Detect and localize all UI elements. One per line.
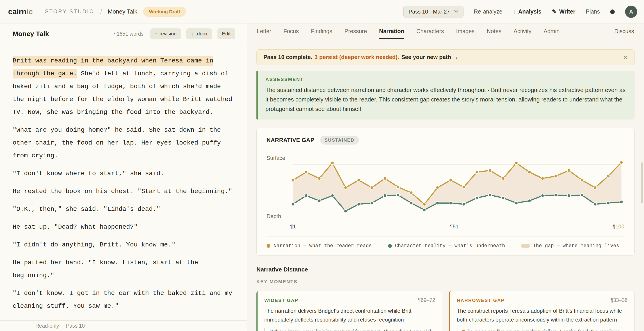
tab-characters[interactable]: Characters xyxy=(416,24,444,39)
document-actions: ~1651 words ↑ revision ↓ .docx Edit xyxy=(114,29,235,39)
banner-title: Pass 10 complete. xyxy=(264,54,312,61)
analysis-tabs: LetterFocusFindingsPressureNarrationChar… xyxy=(247,24,644,39)
legend-text: The gap — where meaning lives xyxy=(533,243,619,249)
status-dot xyxy=(610,10,615,14)
key-moment-card: NARROWEST GAP¶33–36The construct reports… xyxy=(449,291,634,331)
doc-paragraph: He rested the book on his chest. "Start … xyxy=(12,185,234,198)
chart-area: Surface Depth ¶1 ¶51 ¶100 xyxy=(266,155,624,230)
narrative-gap-card: NARRATIVE GAP SUSTAINED Surface Depth ¶1… xyxy=(256,128,634,256)
tab-narration[interactable]: Narration xyxy=(379,24,404,39)
avatar[interactable]: A xyxy=(625,6,637,18)
y-axis-label-surface: Surface xyxy=(266,155,290,161)
pass-complete-banner: Pass 10 complete. 3 persist (deeper work… xyxy=(256,49,634,65)
document-header: Money Talk ~1651 words ↑ revision ↓ .doc… xyxy=(0,24,247,45)
legend-text: Narration — what the reader reads xyxy=(274,243,372,249)
legend-swatch-icon xyxy=(521,244,530,248)
chart-header: NARRATIVE GAP SUSTAINED xyxy=(266,136,624,145)
vertical-divider xyxy=(39,8,39,15)
moment-label: NARROWEST GAP xyxy=(457,298,504,303)
tab-findings[interactable]: Findings xyxy=(311,24,332,39)
banner-persist-link[interactable]: 3 persist (deeper work needed). xyxy=(314,54,399,61)
tab-notes[interactable]: Notes xyxy=(487,24,501,39)
document-text[interactable]: Britt was reading in the backyard when T… xyxy=(0,45,247,320)
breadcrumb-doc-title[interactable]: Money Talk xyxy=(108,8,137,15)
moment-quote: "She owes me like seven hundred dollars.… xyxy=(457,327,628,331)
moment-text: The construct reports Teresa's adoption … xyxy=(457,306,628,324)
doc-paragraph: "I don't know. I got in the car with the… xyxy=(12,287,234,312)
header-left: cairnic STORY STUDIO / Money Talk Workin… xyxy=(8,7,186,17)
down-arrow-icon: ↓ xyxy=(191,31,193,37)
pass-status: Pass 10 xyxy=(66,323,85,329)
breadcrumb-separator: / xyxy=(100,8,102,15)
x-tick-middle: ¶51 xyxy=(450,223,459,230)
analysis-button[interactable]: ↓ Analysis xyxy=(513,8,541,15)
chart-legend: Narration — what the reader readsCharact… xyxy=(266,236,624,249)
tab-focus[interactable]: Focus xyxy=(284,24,299,39)
header-right: Pass 10 · Mar 27 Re-analyze ↓ Analysis ✎… xyxy=(403,6,637,18)
revision-label: revision xyxy=(160,31,177,37)
tab-images[interactable]: Images xyxy=(456,24,474,39)
legend-character-reality: Character reality — what's underneath xyxy=(388,243,505,249)
brand-logo[interactable]: cairnic xyxy=(8,7,33,16)
docx-label: .docx xyxy=(196,31,208,37)
pass-selector[interactable]: Pass 10 · Mar 27 xyxy=(403,6,464,18)
y-axis-label-depth: Depth xyxy=(266,213,290,219)
page-title: Money Talk xyxy=(12,30,49,38)
working-draft-badge: Working Draft xyxy=(143,7,186,17)
y-axis-labels: Surface Depth xyxy=(266,155,290,220)
analysis-content: Pass 10 complete. 3 persist (deeper work… xyxy=(247,39,644,331)
doc-paragraph: Britt was reading in the backyard when T… xyxy=(12,54,234,119)
narrative-gap-chart xyxy=(290,155,624,220)
up-arrow-icon: ↑ xyxy=(155,31,157,37)
assessment-text: The sustained distance between narration… xyxy=(266,85,626,114)
doc-paragraph: "What are you doing home?" he said. She … xyxy=(12,124,234,162)
writer-label: Writer xyxy=(559,8,576,15)
pen-icon: ✎ xyxy=(552,8,556,15)
legend-narration: Narration — what the reader reads xyxy=(266,243,372,249)
legend-gap: The gap — where meaning lives xyxy=(521,243,619,249)
key-moments-grid: WIDEST GAP¶69–72The narration delivers B… xyxy=(256,291,634,331)
paragraph-range: ¶33–36 xyxy=(610,297,628,303)
banner-path-link[interactable]: See your new path → xyxy=(401,54,458,61)
assessment-label: ASSESSMENT xyxy=(266,77,627,82)
doc-paragraph: "I didn't do anything, Britt. You know m… xyxy=(12,238,234,251)
legend-dot-icon xyxy=(266,244,270,248)
key-moments-label: KEY MOMENTS xyxy=(256,279,634,284)
brand-bold: cairn xyxy=(8,7,26,16)
download-arrow-icon: ↓ xyxy=(513,8,516,15)
reanalyze-button[interactable]: Re-analyze xyxy=(474,8,502,15)
tab-pressure[interactable]: Pressure xyxy=(344,24,367,39)
app-header: cairnic STORY STUDIO / Money Talk Workin… xyxy=(0,0,644,24)
analysis-label: Analysis xyxy=(518,8,542,15)
moment-quote: "I thought you were holding my hand for … xyxy=(264,327,435,331)
x-tick-first: ¶1 xyxy=(290,223,296,230)
tab-admin[interactable]: Admin xyxy=(544,24,560,39)
writer-button[interactable]: ✎ Writer xyxy=(552,8,576,15)
key-moment-card: WIDEST GAP¶69–72The narration delivers B… xyxy=(256,291,442,331)
pass-selector-value: Pass 10 · Mar 27 xyxy=(408,9,450,15)
discuss-button[interactable]: Discuss xyxy=(614,28,634,35)
x-axis-ticks: ¶1 ¶51 ¶100 xyxy=(290,223,624,230)
document-panel: Money Talk ~1651 words ↑ revision ↓ .doc… xyxy=(0,24,247,331)
chart-title: NARRATIVE GAP xyxy=(266,137,314,143)
doc-paragraph: "O.K., then," she said. "Linda's dead." xyxy=(12,203,234,216)
x-tick-last: ¶100 xyxy=(612,223,624,230)
sustained-badge: SUSTAINED xyxy=(320,136,359,145)
revision-button[interactable]: ↑ revision xyxy=(150,29,181,39)
scrollbar[interactable] xyxy=(640,24,643,331)
close-icon[interactable]: × xyxy=(623,54,628,61)
plot-column: ¶1 ¶51 ¶100 xyxy=(290,155,624,230)
edit-button[interactable]: Edit xyxy=(218,29,235,39)
doc-paragraph: He patted her hand. "I know. Listen, sta… xyxy=(12,256,234,282)
docx-download-button[interactable]: ↓ .docx xyxy=(186,29,212,39)
plans-button[interactable]: Plans xyxy=(586,8,600,15)
narrative-distance-heading: Narrative Distance xyxy=(256,266,634,273)
moment-label: WIDEST GAP xyxy=(264,298,298,303)
doc-paragraph: He sat up. "Dead? What happened?" xyxy=(12,220,234,233)
highlighted-sentence[interactable]: Britt was reading in the backyard when T… xyxy=(12,56,214,79)
tab-activity[interactable]: Activity xyxy=(514,24,531,39)
analysis-panel: LetterFocusFindingsPressureNarrationChar… xyxy=(247,24,644,331)
scrollbar-thumb[interactable] xyxy=(641,162,643,203)
tab-letter[interactable]: Letter xyxy=(257,24,271,39)
paragraph-range: ¶69–72 xyxy=(418,297,435,303)
